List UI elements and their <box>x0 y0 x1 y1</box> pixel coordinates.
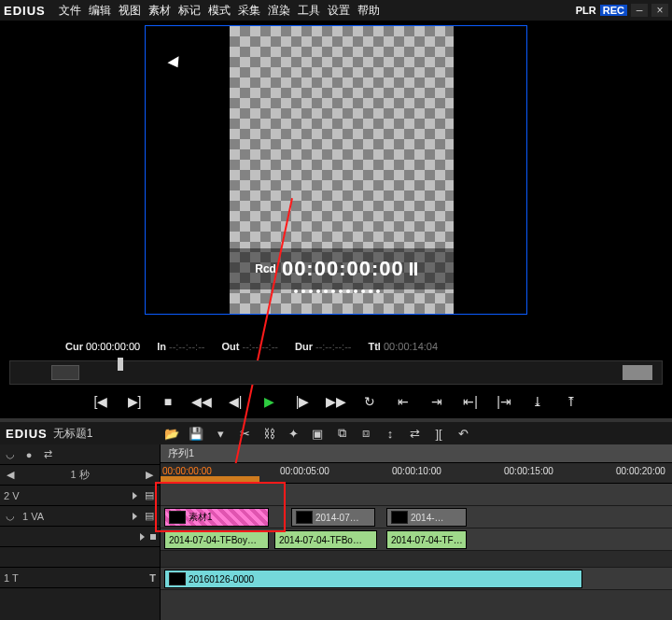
expand-icon[interactable] <box>140 533 145 541</box>
menu-clip[interactable]: 素材 <box>148 3 171 19</box>
plr-label[interactable]: PLR <box>576 5 596 16</box>
menu-edit[interactable]: 编辑 <box>89 3 111 19</box>
timeline-right: 序列1 00:00:00:00 00:00:05:00 00:00:10:00 … <box>161 444 672 620</box>
group-icon[interactable]: ⧉ <box>334 426 349 441</box>
record-tc-overlay: Rcd 00:00:00:00 <box>197 248 477 289</box>
goto-in-button[interactable]: ⇤ <box>393 392 413 411</box>
track-header-panel: ◡ ● ⇄ ◀ 1 秒 ▶ 2 V ▤ ◡ 1 VA ▤ 1 T T <box>0 444 161 620</box>
clip-green-1[interactable]: 2014-07-04-TFBoy… <box>164 530 269 549</box>
cur-label: Cur <box>65 341 83 352</box>
row-1t[interactable]: 20160126-0000 <box>161 568 672 590</box>
menu-view[interactable]: 视图 <box>119 3 141 19</box>
next-frame-button[interactable]: |▶ <box>292 392 313 411</box>
time-ruler[interactable]: 00:00:00:00 00:00:05:00 00:00:10:00 00:0… <box>161 463 672 484</box>
menu-tools[interactable]: 工具 <box>298 3 320 19</box>
loop-button[interactable]: ↻ <box>359 392 380 411</box>
rec-label[interactable]: REC <box>600 5 627 16</box>
track-2v[interactable]: 2 V ▤ <box>0 486 160 506</box>
set-out-button[interactable]: ▶] <box>124 392 145 411</box>
dropdown-icon[interactable]: ▾ <box>213 426 228 441</box>
prev-icon[interactable]: ◀ <box>4 469 17 482</box>
target-icon[interactable]: ● <box>22 448 35 461</box>
fast-forward-button[interactable]: ▶▶ <box>326 392 346 411</box>
menu-file[interactable]: 文件 <box>59 3 81 19</box>
cur-value[interactable]: 00:00:00:00 <box>86 341 140 352</box>
track-1t[interactable]: 1 T T <box>0 568 160 588</box>
timeline-body: ◡ ● ⇄ ◀ 1 秒 ▶ 2 V ▤ ◡ 1 VA ▤ 1 T T <box>0 444 672 620</box>
clip-green-2[interactable]: 2014-07-04-TFBo… <box>274 530 377 549</box>
in-label: In <box>157 341 166 352</box>
tracks-area[interactable]: 素材1 2014-07… 2014-… 2014-07-04-TFBoy… 20… <box>161 484 672 620</box>
clip-gray-2[interactable]: 2014-… <box>386 508 467 527</box>
minimize-button[interactable]: – <box>631 4 648 17</box>
dur-label: Dur <box>295 341 313 352</box>
preview-area: Rcd 00:00:00:00 <box>0 21 672 336</box>
zoom-label[interactable]: 1 秒 <box>22 468 137 482</box>
rotate-icon[interactable]: ↶ <box>455 426 470 441</box>
in-value[interactable]: --:--:--:-- <box>169 341 204 352</box>
title-icon[interactable]: T <box>149 572 156 584</box>
menu-marker[interactable]: 标记 <box>178 3 201 19</box>
video-icon[interactable]: ▤ <box>143 510 156 523</box>
expand-icon[interactable] <box>133 492 137 500</box>
menu-help[interactable]: 帮助 <box>357 3 380 19</box>
snap-icon[interactable]: ↕ <box>383 426 398 441</box>
rcd-label: Rcd <box>255 262 276 275</box>
frame-icon[interactable]: ▣ <box>310 426 325 441</box>
out-label: Out <box>221 341 239 352</box>
scrub-range-handle[interactable] <box>51 365 79 380</box>
speaker-icon[interactable] <box>150 534 156 540</box>
prev-edit-button[interactable]: ⇤| <box>460 392 481 411</box>
menu-mode[interactable]: 模式 <box>208 3 231 19</box>
overwrite-button[interactable]: ⤒ <box>561 392 581 411</box>
open-icon[interactable]: 📂 <box>164 426 179 441</box>
track-1va[interactable]: ◡ 1 VA ▤ <box>0 506 160 527</box>
set-in-button[interactable]: [◀ <box>91 392 111 411</box>
insert-button[interactable]: ⤓ <box>527 392 548 411</box>
ttl-value[interactable]: 00:00:14:04 <box>384 341 438 352</box>
clip-gray2-label: 2014-… <box>411 513 444 523</box>
stop-button[interactable]: ■ <box>158 392 178 411</box>
next-edit-button[interactable]: |⇥ <box>494 392 514 411</box>
ruler-tick-3: 00:00:15:00 <box>504 466 553 476</box>
rewind-button[interactable]: ◀◀ <box>191 392 212 411</box>
transport-bar: [◀ ▶] ■ ◀◀ ◀| ▶ |▶ ▶▶ ↻ ⇤ ⇥ ⇤| |⇥ ⤓ ⤒ <box>0 385 672 415</box>
thumb-icon <box>391 511 408 524</box>
expand-icon[interactable] <box>133 513 137 520</box>
track-1va-audio[interactable] <box>0 527 160 547</box>
save-icon[interactable]: 💾 <box>189 426 203 441</box>
clip-g1-label: 2014-07-04-TFBoy… <box>169 535 257 545</box>
link-icon[interactable]: ⇄ <box>41 448 54 461</box>
video-icon[interactable]: ▤ <box>143 489 156 502</box>
play-button[interactable]: ▶ <box>259 392 279 411</box>
clip-gray-1[interactable]: 2014-07… <box>291 508 375 527</box>
chain-icon[interactable]: ⛓ <box>261 426 276 441</box>
scrub-bar[interactable] <box>9 360 663 385</box>
close-button[interactable]: × <box>651 4 668 17</box>
ungroup-icon[interactable]: ⧈ <box>358 426 373 441</box>
menu-settings[interactable]: 设置 <box>328 3 350 19</box>
timeline-title[interactable]: 无标题1 <box>53 426 93 442</box>
dur-value[interactable]: --:--:--:-- <box>315 341 351 352</box>
scrub-playhead[interactable] <box>118 358 123 371</box>
canvas-frame[interactable]: Rcd 00:00:00:00 <box>145 25 527 315</box>
track-2v-label: 2 V <box>4 490 20 501</box>
effect-icon[interactable]: ✦ <box>286 426 301 441</box>
rcd-tc: 00:00:00:00 <box>282 257 404 281</box>
link-icon[interactable]: ⇄ <box>407 426 422 441</box>
next-icon[interactable]: ▶ <box>143 469 156 482</box>
prev-frame-button[interactable]: ◀| <box>225 392 245 411</box>
trim-icon[interactable]: ][ <box>431 426 446 441</box>
track-1t-label: 1 T <box>4 572 19 584</box>
menu-capture[interactable]: 采集 <box>238 3 260 19</box>
clip-title-1[interactable]: 20160126-0000 <box>164 570 582 588</box>
clip-green-3[interactable]: 2014-07-04-TF… <box>386 530 467 549</box>
timeline-logo: EDIUS <box>0 427 53 441</box>
menu-render[interactable]: 渲染 <box>268 3 290 19</box>
scrub-end-cap[interactable] <box>623 365 652 380</box>
timeline-header: EDIUS 无标题1 📂 💾 ▾ ✂ ⛓ ✦ ▣ ⧉ ⧈ ↕ ⇄ ][ ↶ <box>0 422 672 444</box>
eye-icon[interactable]: ◡ <box>4 448 17 461</box>
goto-out-button[interactable]: ⇥ <box>427 392 447 411</box>
record-enable-icon[interactable]: ◡ <box>4 510 17 523</box>
app-logo: EDIUS <box>4 4 49 18</box>
